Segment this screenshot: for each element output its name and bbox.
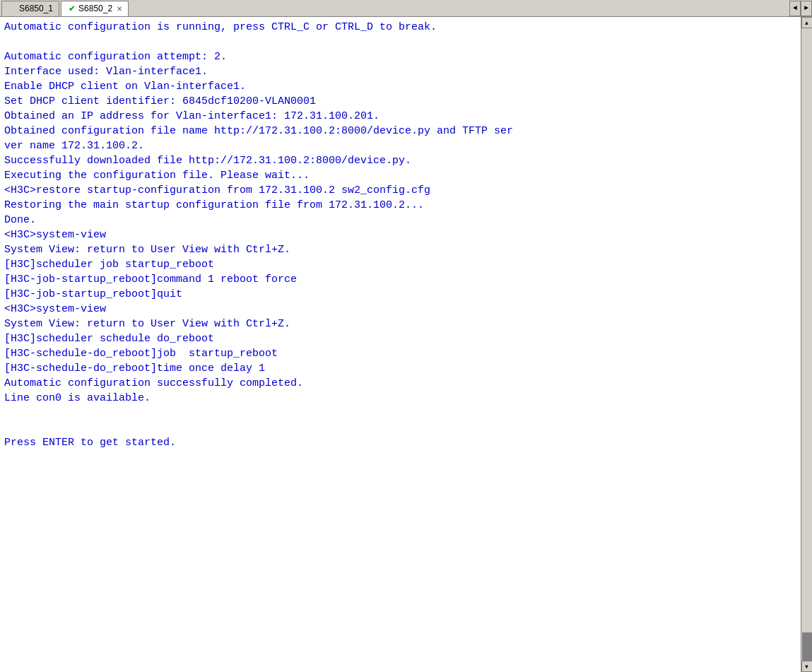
scrollbar[interactable]: ▲ ▼	[801, 17, 812, 672]
scrollbar-track[interactable]	[801, 28, 813, 661]
close-icon-s6850-2[interactable]: ✕	[117, 5, 122, 13]
terminal-area: Automatic configuration is running, pres…	[0, 17, 812, 672]
tab-nav-prev[interactable]: ◄	[789, 1, 801, 16]
scrollbar-thumb[interactable]	[802, 632, 812, 661]
tab-nav-next[interactable]: ►	[801, 1, 812, 16]
terminal-text: Automatic configuration is running, pres…	[4, 20, 796, 450]
scrollbar-up-btn[interactable]: ▲	[801, 17, 813, 28]
scrollbar-down-btn[interactable]: ▼	[801, 661, 813, 672]
tab-bar: S6850_1 ✔ S6850_2 ✕ ◄ ►	[0, 0, 812, 17]
check-icon-s6850-2: ✔	[67, 4, 76, 13]
tab-s6850-1[interactable]: S6850_1	[1, 1, 59, 16]
terminal-content[interactable]: Automatic configuration is running, pres…	[0, 17, 801, 672]
main-window: S6850_1 ✔ S6850_2 ✕ ◄ ► Automatic config…	[0, 0, 812, 672]
tab-icon-s6850-1	[8, 4, 16, 13]
tab-nav-buttons: ◄ ►	[789, 1, 812, 16]
tab-label-s6850-1: S6850_1	[19, 4, 53, 13]
tab-label-s6850-2: S6850_2	[78, 4, 112, 13]
tab-s6850-2[interactable]: ✔ S6850_2 ✕	[61, 1, 129, 16]
